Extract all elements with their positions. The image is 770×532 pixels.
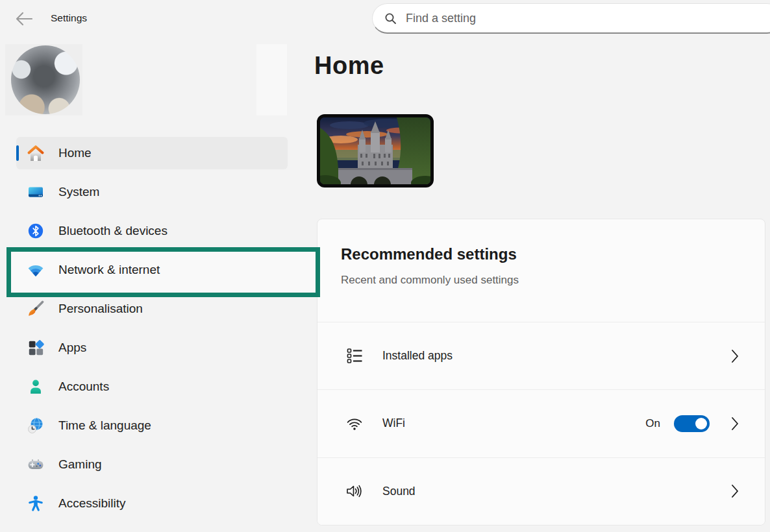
card-rows: Installed apps WiFi On [317,322,765,525]
landscape-church-illustration [320,117,430,184]
wifi-icon [345,415,364,433]
home-icon [27,144,45,162]
card-subtitle: Recent and commonly used settings [341,274,741,287]
sidebar-item-label: Bluetooth & devices [58,224,168,238]
sidebar-item-label: Personalisation [58,302,143,316]
card-header: Recommended settings Recent and commonly… [317,219,765,322]
wifi-toggle-switch[interactable] [674,415,710,432]
sidebar-item-system[interactable]: System [16,176,288,208]
sidebar-item-label: Gaming [58,457,102,472]
apps-grid-icon [27,339,45,357]
app-title: Settings [51,12,87,24]
recommended-settings-card: Recommended settings Recent and commonly… [317,219,765,526]
sidebar-item-gaming[interactable]: Gaming [16,449,288,480]
row-label: Installed apps [382,349,710,363]
sidebar-item-label: Time & language [58,418,151,433]
sidebar-item-label: Apps [58,341,86,355]
sidebar-item-network[interactable]: Network & internet [16,254,288,285]
toggle-knob [695,418,707,429]
sidebar-item-accounts[interactable]: Accounts [16,371,288,402]
row-installed-apps[interactable]: Installed apps [317,322,765,389]
chevron-right-icon [731,417,739,431]
search-box[interactable] [372,3,770,34]
sidebar-item-personalisation[interactable]: Personalisation [16,293,288,324]
sidebar-item-accessibility[interactable]: Accessibility [16,488,288,519]
sidebar-item-label: Accounts [58,380,109,394]
back-button[interactable] [14,10,34,28]
gamepad-icon [27,455,45,474]
row-sound[interactable]: Sound [317,457,765,525]
bluetooth-icon [27,222,45,240]
sidebar-item-home[interactable]: Home [16,137,288,169]
toggle-status-label: On [645,417,660,430]
installed-apps-icon [345,347,364,365]
row-label: WiFi [382,417,645,430]
row-wifi[interactable]: WiFi On [317,389,765,457]
globe-clock-icon [27,417,45,435]
page-title: Home [314,52,384,80]
paintbrush-icon [27,300,45,318]
sidebar-item-time-language[interactable]: Time & language [16,410,288,441]
system-icon [27,183,45,201]
account-banner-right [256,44,287,115]
chevron-right-icon [731,484,739,498]
person-icon [27,378,45,396]
wifi-network-icon [27,261,45,279]
device-preview-image [317,114,434,187]
sidebar-item-apps[interactable]: Apps [16,332,288,363]
user-avatar[interactable] [11,45,80,114]
sound-speaker-icon [345,482,364,500]
sidebar-item-bluetooth[interactable]: Bluetooth & devices [16,215,288,247]
back-arrow-icon [14,10,34,28]
sidebar-item-label: Network & internet [58,263,160,277]
sidebar-item-label: System [58,185,99,199]
row-label: Sound [382,485,710,498]
sidebar-item-label: Home [58,146,92,160]
card-title: Recommended settings [341,245,741,263]
selected-indicator [16,145,19,161]
chevron-right-icon [731,349,739,363]
search-icon [384,12,397,25]
sidebar-item-label: Accessibility [58,496,125,511]
search-input[interactable] [406,12,770,25]
accessibility-person-icon [27,494,45,513]
